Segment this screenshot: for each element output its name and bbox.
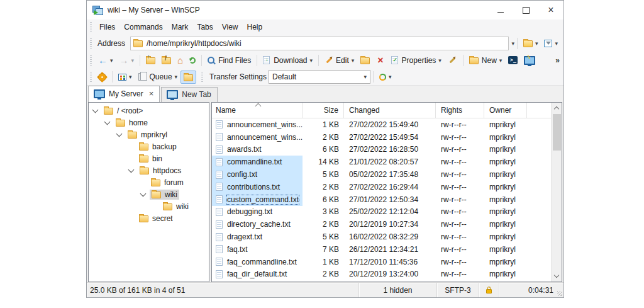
open-directory-button[interactable]: ▾ <box>520 37 541 50</box>
tree-item-secret[interactable]: secret <box>89 212 209 224</box>
tree-item-forum[interactable]: forum <box>89 176 209 188</box>
edit-button[interactable]: Edit ▾ <box>321 54 357 67</box>
toolbar-grip[interactable] <box>90 72 92 82</box>
root-directory-button[interactable]: / <box>158 54 174 67</box>
tree-item-backup[interactable]: backup <box>89 140 209 152</box>
synchronize-browsing-button[interactable]: ▾ <box>376 71 395 83</box>
file-name-cell[interactable]: faq.txt <box>212 243 303 256</box>
file-name-cell[interactable]: contributions.txt <box>212 181 303 193</box>
custom-commands-button[interactable] <box>445 54 460 66</box>
tree-item-root[interactable]: / <root> <box>89 105 209 117</box>
file-name-cell[interactable]: awards.txt <box>212 144 303 156</box>
chevron-down-icon[interactable] <box>104 119 111 125</box>
table-row[interactable]: faq_dir_default.txt2 KB20/12/2019 13:24:… <box>212 268 551 281</box>
file-name-cell[interactable]: announcement_wins... <box>212 131 303 144</box>
chevron-down-icon[interactable] <box>92 107 99 113</box>
toolbar-overflow-button[interactable]: » <box>555 56 561 65</box>
tree-item-mprikryl[interactable]: mprikryl <box>89 128 209 140</box>
tree-toggle-button[interactable] <box>180 71 196 84</box>
chevron-down-icon[interactable] <box>116 131 123 137</box>
column-header-name[interactable]: Name <box>212 103 303 118</box>
queue-button[interactable]: Queue ▾ <box>135 70 181 84</box>
address-input[interactable]: /home/mprikryl/httpdocs/wiki <box>130 37 509 50</box>
file-name-cell[interactable]: config.txt <box>212 168 303 181</box>
table-row[interactable]: faq.txt7 KB26/12/2021 12:34:21rw-r--r--m… <box>212 243 551 256</box>
maximize-button[interactable] <box>513 1 538 20</box>
file-changed: 20/12/2019 13:24:00 <box>344 268 436 281</box>
forward-button[interactable]: → ▾ <box>116 54 138 67</box>
table-row[interactable]: commandline.txt14 KB21/01/2022 08:20:57r… <box>212 156 551 168</box>
table-row[interactable]: awards.txt6 KB27/02/2022 16:28:50rw-r--r… <box>212 144 551 156</box>
home-directory-button[interactable]: ⌂ <box>174 54 186 67</box>
panel-layout-button[interactable]: ▾ <box>115 71 135 83</box>
tree-item-home[interactable]: home <box>89 117 209 128</box>
file-name-cell[interactable]: debugging.txt <box>212 206 303 219</box>
preferences-button[interactable] <box>95 71 109 84</box>
menu-commands[interactable]: Commands <box>119 21 167 33</box>
table-row[interactable]: debugging.txt3 KB25/02/2022 12:12:04rw-r… <box>212 206 551 219</box>
scrollbar-thumb[interactable] <box>553 114 561 151</box>
tab-new-tab[interactable]: New Tab <box>161 87 217 102</box>
download-button[interactable]: ↓ Download ▾ <box>260 54 316 67</box>
find-files-button[interactable]: Find Files <box>204 54 254 67</box>
column-header-size[interactable]: Size <box>303 103 344 118</box>
resize-grip[interactable] <box>557 291 562 296</box>
close-button[interactable]: × <box>538 1 564 20</box>
status-hidden-count[interactable]: 1 hidden <box>359 283 437 297</box>
chevron-down-icon[interactable] <box>140 191 147 197</box>
refresh-button[interactable] <box>186 55 199 66</box>
column-header-changed[interactable]: Changed <box>344 103 436 118</box>
table-row[interactable]: faq_commandline.txt1 KB17/12/2010 11:45:… <box>212 256 551 268</box>
table-row[interactable]: announcement_wins...2 KB27/02/2022 15:49… <box>212 131 551 144</box>
file-name-cell[interactable]: commandline.txt <box>212 156 303 168</box>
menu-mark[interactable]: Mark <box>167 21 193 33</box>
scroll-down-button[interactable] <box>552 271 562 282</box>
table-row[interactable]: dragext.txt5 KB16/02/2022 08:32:29rw-r--… <box>212 231 551 243</box>
table-row[interactable]: announcement_wins...1 KB27/02/2022 15:49… <box>212 118 551 131</box>
copy-button[interactable] <box>357 54 373 67</box>
tree-item-wiki[interactable]: wiki <box>89 200 209 212</box>
file-name-cell[interactable]: dragext.txt <box>212 231 303 243</box>
file-name-cell[interactable]: faq_commandline.txt <box>212 256 303 268</box>
toolbar-grip[interactable] <box>90 38 92 48</box>
toolbar-grip[interactable] <box>90 55 92 66</box>
table-row[interactable]: directory_cache.txt2 KB20/12/2019 10:27:… <box>212 218 551 231</box>
table-row[interactable]: contributions.txt2 KB27/02/2022 16:29:44… <box>212 181 551 193</box>
status-protocol[interactable]: SFTP-3 <box>437 283 479 297</box>
file-name-cell[interactable]: announcement_wins... <box>212 118 303 131</box>
back-button[interactable]: ← ▾ <box>95 54 116 67</box>
column-header-owner[interactable]: Owner <box>484 103 527 118</box>
tab-close-icon[interactable]: × <box>149 91 154 97</box>
file-name-cell[interactable]: custom_command.txt <box>212 193 303 206</box>
tree-item-httpdocs[interactable]: httpdocs <box>89 164 209 176</box>
tree-item-bin[interactable]: bin <box>89 152 209 164</box>
tab-my-server[interactable]: My Server × <box>88 86 160 102</box>
menu-help[interactable]: Help <box>243 21 267 33</box>
lightning-icon: ϟ <box>527 54 530 60</box>
toolbar-grip[interactable] <box>201 72 203 82</box>
tree-item-wiki[interactable]: wiki <box>89 188 209 200</box>
open-session-in-putty-button[interactable]: ϟ <box>521 54 538 67</box>
toolbar-grip[interactable] <box>90 22 92 32</box>
vertical-scrollbar[interactable] <box>551 103 562 282</box>
new-button[interactable]: New ▾ <box>466 54 506 67</box>
chevron-down-icon[interactable] <box>128 167 135 173</box>
delete-button[interactable]: × <box>373 54 387 67</box>
column-header-rights[interactable]: Rights <box>436 103 484 118</box>
menu-view[interactable]: View <box>218 21 243 33</box>
menu-files[interactable]: Files <box>95 21 119 33</box>
address-dropdown-caret-icon[interactable]: ▾ <box>511 40 514 47</box>
table-row[interactable]: config.txt5 KB05/02/2022 17:35:48rw-r--r… <box>212 168 551 181</box>
file-name-cell[interactable]: directory_cache.txt <box>212 218 303 231</box>
scroll-up-button[interactable] <box>552 103 562 113</box>
minimize-button[interactable] <box>488 1 513 20</box>
menu-tabs[interactable]: Tabs <box>192 21 217 33</box>
open-console-button[interactable]: >_ <box>505 54 521 67</box>
filter-button[interactable]: ▾ <box>541 37 561 50</box>
properties-button[interactable]: ✓ Properties ▾ <box>388 54 445 67</box>
file-name-cell[interactable]: faq_dir_default.txt <box>212 268 303 281</box>
status-security[interactable] <box>479 283 499 297</box>
transfer-settings-select[interactable]: Default ▾ <box>269 70 370 84</box>
parent-directory-button[interactable]: ↑ <box>143 54 158 67</box>
table-row[interactable]: custom_command.txt6 KB27/01/2022 12:50:3… <box>212 193 551 206</box>
